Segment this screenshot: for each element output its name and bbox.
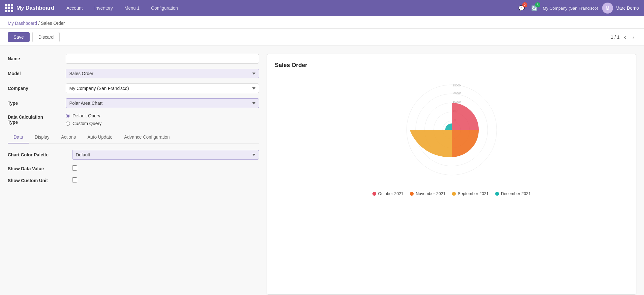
model-label: Model <box>8 71 66 76</box>
radio-default-query[interactable]: Default Query <box>66 113 259 118</box>
chart-legend: October 2021 November 2021 September 202… <box>372 191 531 196</box>
tab-autoupdate[interactable]: Auto Update <box>82 131 118 143</box>
polar-area-chart: 20000 15000 100 50 25000 <box>397 75 506 185</box>
discard-button[interactable]: Discard <box>32 32 60 42</box>
tab-display[interactable]: Display <box>29 131 55 143</box>
legend-dot-sep <box>452 192 456 196</box>
chart-color-select[interactable]: Default <box>72 150 259 160</box>
radio-custom-query[interactable]: Custom Query <box>66 121 259 126</box>
legend-dot-oct <box>372 192 376 196</box>
legend-label-nov: November 2021 <box>416 191 446 196</box>
messages-count: 2 <box>522 2 527 7</box>
save-button[interactable]: Save <box>8 32 30 42</box>
company-field: My Company (San Francisco) <box>66 84 259 93</box>
model-row: Model Sales Order <box>8 69 259 78</box>
legend-dot-dec <box>495 192 499 196</box>
company-label: Company <box>8 86 66 91</box>
nav-configuration[interactable]: Configuration <box>145 0 184 16</box>
name-row: Name <box>8 54 259 64</box>
radio-custom-input[interactable] <box>66 122 70 126</box>
show-custom-unit-checkbox[interactable] <box>72 177 77 182</box>
svg-text:20000: 20000 <box>453 91 461 94</box>
show-data-value-field <box>72 165 259 172</box>
pagination-text: 1 / 1 <box>611 34 620 40</box>
name-label: Name <box>8 56 66 61</box>
brand[interactable]: My Dashboard <box>5 4 54 12</box>
chart-panel: Sales Order 20000 15000 100 50 25000 <box>267 54 636 295</box>
show-data-value-label: Show Data Value <box>8 166 72 171</box>
radio-default-label: Default Query <box>72 113 100 118</box>
toolbar: Save Discard 1 / 1 ‹ › <box>0 29 644 46</box>
data-calc-label: Data CalculationType <box>8 114 66 125</box>
breadcrumb-separator: / <box>38 21 41 26</box>
company-row: Company My Company (San Francisco) <box>8 84 259 93</box>
breadcrumb-parent[interactable]: My Dashboard <box>8 21 37 26</box>
svg-text:25000: 25000 <box>453 84 461 87</box>
tab-advance[interactable]: Advance Configuration <box>118 131 176 143</box>
topnav: My Dashboard Account Inventory Menu 1 Co… <box>0 0 644 16</box>
breadcrumb-current: Sales Order <box>41 21 65 26</box>
avatar: M <box>602 3 613 14</box>
tab-data[interactable]: Data <box>8 131 29 143</box>
type-label: Type <box>8 101 66 106</box>
user-menu[interactable]: M Marc Demo <box>602 3 639 14</box>
legend-sep: September 2021 <box>452 191 489 196</box>
breadcrumb: My Dashboard / Sales Order <box>0 16 644 29</box>
chart-container: 20000 15000 100 50 25000 <box>275 75 628 196</box>
pagination-prev[interactable]: ‹ <box>622 33 628 41</box>
username: Marc Demo <box>616 5 639 11</box>
nav-menu1[interactable]: Menu 1 <box>119 0 145 16</box>
updates-badge[interactable]: 🔄 8 <box>530 4 539 13</box>
legend-label-oct: October 2021 <box>378 191 404 196</box>
chart-color-row: Chart Color Palette Default <box>8 150 259 160</box>
show-custom-unit-row: Show Custom Unit <box>8 177 259 183</box>
radio-custom-label: Custom Query <box>72 121 101 126</box>
name-input[interactable] <box>66 54 259 64</box>
company-name: My Company (San Francisco) <box>543 6 598 11</box>
grid-icon <box>5 4 13 12</box>
legend-nov: November 2021 <box>410 191 446 196</box>
pagination-next[interactable]: › <box>630 33 636 41</box>
data-calc-field: Default Query Custom Query <box>66 113 259 126</box>
show-custom-unit-field <box>72 177 259 183</box>
legend-oct: October 2021 <box>372 191 404 196</box>
name-field <box>66 54 259 64</box>
legend-dec: December 2021 <box>495 191 531 196</box>
chart-color-label: Chart Color Palette <box>8 152 72 157</box>
company-select[interactable]: My Company (San Francisco) <box>66 84 259 93</box>
model-field: Sales Order <box>66 69 259 78</box>
topnav-right: 💬 2 🔄 8 My Company (San Francisco) M Mar… <box>517 3 639 14</box>
radio-default-input[interactable] <box>66 114 70 118</box>
legend-label-sep: September 2021 <box>458 191 489 196</box>
nav-inventory[interactable]: Inventory <box>89 0 119 16</box>
messages-badge[interactable]: 💬 2 <box>517 4 526 13</box>
nav-account[interactable]: Account <box>61 0 89 16</box>
legend-label-dec: December 2021 <box>501 191 531 196</box>
type-field: Polar Area Chart <box>66 98 259 108</box>
chart-color-field: Default <box>72 150 259 160</box>
show-custom-unit-label: Show Custom Unit <box>8 178 72 183</box>
radio-group: Default Query Custom Query <box>66 113 259 126</box>
chart-title: Sales Order <box>275 62 628 69</box>
tab-actions[interactable]: Actions <box>55 131 82 143</box>
pagination: 1 / 1 ‹ › <box>611 33 636 41</box>
main-menu: Account Inventory Menu 1 Configuration <box>61 0 517 16</box>
main-content: Name Model Sales Order Company My Compan… <box>0 46 644 295</box>
legend-dot-nov <box>410 192 414 196</box>
app-title: My Dashboard <box>16 5 54 11</box>
model-select[interactable]: Sales Order <box>66 69 259 78</box>
data-calc-row: Data CalculationType Default Query Custo… <box>8 113 259 126</box>
type-row: Type Polar Area Chart <box>8 98 259 108</box>
tabs: Data Display Actions Auto Update Advance… <box>8 131 259 143</box>
updates-count: 8 <box>535 2 540 7</box>
form-panel: Name Model Sales Order Company My Compan… <box>8 54 259 295</box>
type-select[interactable]: Polar Area Chart <box>66 98 259 108</box>
show-data-value-checkbox[interactable] <box>72 165 77 171</box>
show-data-value-row: Show Data Value <box>8 165 259 172</box>
tab-content-data: Chart Color Palette Default Show Data Va… <box>8 150 259 183</box>
